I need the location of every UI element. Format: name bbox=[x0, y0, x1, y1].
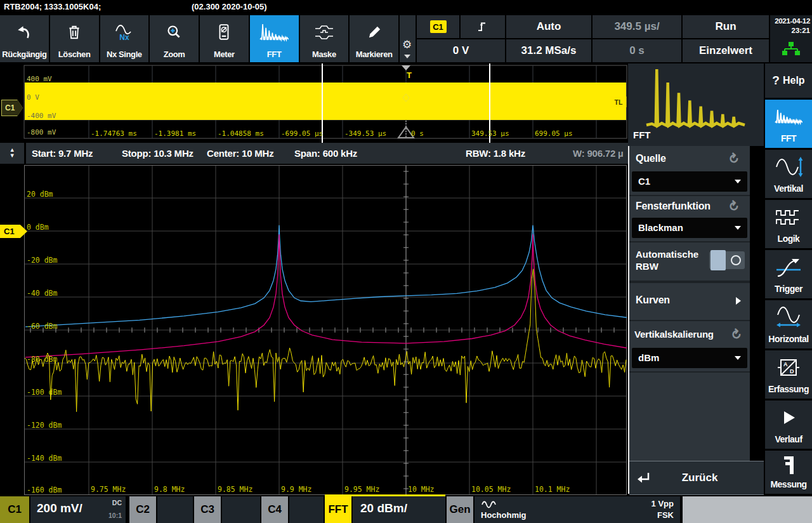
channel2-badge[interactable]: C2 bbox=[129, 496, 156, 523]
channel4-scale-cell[interactable] bbox=[289, 496, 324, 523]
acquisition-icon: A D bbox=[776, 350, 801, 384]
window-function-label: Fensterfunktion bbox=[636, 201, 710, 212]
fft-window-width-cell[interactable]: W: 906.72 µ bbox=[567, 143, 634, 164]
generator-mode: FSK bbox=[657, 510, 674, 520]
sidebar-item-logik[interactable]: Logik bbox=[765, 200, 812, 248]
datetime-cell[interactable]: 2021-04-12 23:21 bbox=[770, 15, 812, 62]
fft-span-value: Span: 600 kHz bbox=[294, 148, 357, 159]
toolbar-button-label: FFT bbox=[267, 50, 282, 62]
fft-y-label: -40 dBm bbox=[27, 289, 57, 298]
fft-trace-max-hold bbox=[25, 225, 627, 327]
fft-channel-marker[interactable]: C1 bbox=[0, 225, 27, 238]
sidebar-item-help[interactable]: ? Help bbox=[765, 63, 812, 98]
date-value: 2021-04-12 bbox=[775, 17, 810, 25]
toolbar-button-label: Rückgängig bbox=[2, 50, 46, 62]
undo-icon bbox=[0, 15, 49, 50]
sidebar-item-fft[interactable]: FFT bbox=[765, 100, 812, 148]
fft-scale-cell[interactable]: 20 dBm/ bbox=[353, 496, 445, 523]
channel3-badge[interactable]: C3 bbox=[194, 496, 221, 523]
vertical-scale-reset-icon[interactable]: ↻ bbox=[727, 325, 745, 343]
toolbar-button-label: Meter bbox=[214, 50, 235, 62]
channel2-scale-cell[interactable] bbox=[157, 496, 193, 523]
bottom-right-corner bbox=[683, 496, 812, 523]
sidebar-item-trigger[interactable]: Trigger bbox=[765, 250, 812, 298]
undo-button[interactable]: Rückgängig bbox=[0, 15, 49, 62]
back-button-label: Zurück bbox=[652, 472, 747, 484]
channel1-scale-cell[interactable]: 200 mV/ DC 10:1 bbox=[30, 496, 126, 523]
nx-single-button[interactable]: Nx Nx Single bbox=[100, 15, 149, 62]
horizontal-position-cell[interactable]: 0 s bbox=[593, 39, 681, 62]
waveforms-label: Kurven bbox=[636, 295, 670, 306]
auto-rbw-toggle[interactable] bbox=[709, 251, 745, 269]
sidebar-item-vertikal[interactable]: Vertikal bbox=[765, 150, 812, 198]
trigger-level-cell[interactable]: 0 V bbox=[417, 39, 505, 62]
vertical-scale-dropdown[interactable]: dBm bbox=[632, 348, 747, 368]
annotate-button[interactable]: Markieren bbox=[350, 15, 398, 62]
timebase-cell[interactable]: 349.5 µs/ bbox=[593, 15, 681, 38]
source-dropdown[interactable]: C1 bbox=[632, 171, 747, 192]
generator-badge[interactable]: Gen bbox=[447, 496, 473, 523]
fft-span-cell[interactable]: Span: 600 kHz bbox=[289, 143, 464, 164]
fft-scale-value: 20 dBm/ bbox=[360, 501, 407, 515]
gear-icon: ⚙ bbox=[402, 38, 412, 51]
preview-v-label: 400 mV bbox=[27, 75, 52, 83]
acquisition-mode-cell[interactable]: Einzelwert bbox=[683, 39, 769, 62]
toolbar-button-label: Zoom bbox=[164, 50, 185, 62]
delete-button[interactable]: Löschen bbox=[50, 15, 99, 62]
meter-button[interactable]: Meter bbox=[200, 15, 249, 62]
channel1-coupling: DC bbox=[112, 499, 122, 506]
fft-rbw-cell[interactable]: RBW: 1.8 kHz bbox=[460, 143, 571, 164]
preview-t-label: -1.04858 ms bbox=[218, 129, 264, 138]
oscilloscope-screen: RTB2004; 1333.1005K04; (02.300 2020-10-0… bbox=[0, 0, 812, 523]
fft-spectrum-preview-icon bbox=[646, 67, 747, 129]
fft-x-label: 9.8 MHz bbox=[154, 485, 185, 494]
redacted-serial bbox=[145, 1, 188, 13]
generator-waveform-icon bbox=[481, 500, 499, 509]
sidebar-item-label: Logik bbox=[778, 234, 800, 248]
channel4-badge[interactable]: C4 bbox=[261, 496, 288, 523]
settings-gear-button[interactable]: ⚙ bbox=[400, 15, 416, 62]
play-icon bbox=[780, 401, 797, 434]
window-function-dropdown[interactable]: Blackman bbox=[632, 218, 747, 238]
trigger-source-cell[interactable]: C1 bbox=[417, 15, 459, 38]
sidebar-item-verlauf[interactable]: Verlauf bbox=[765, 401, 812, 449]
fft-window-width-value: W: 906.72 µ bbox=[573, 148, 624, 159]
chevron-down-icon bbox=[735, 180, 741, 183]
generator-cell[interactable]: Hochohmig 1 Vpp FSK bbox=[475, 496, 680, 523]
channel3-scale-cell[interactable] bbox=[222, 496, 260, 523]
sidebar-item-horizontal[interactable]: Horizontal bbox=[765, 300, 812, 348]
back-button[interactable]: Zurück bbox=[629, 461, 764, 495]
fft-x-label: 9.9 MHz bbox=[281, 485, 311, 494]
trigger-slope-cell[interactable] bbox=[461, 15, 505, 38]
acquisition-mode-value: Einzelwert bbox=[699, 44, 752, 57]
fft-stop-cell[interactable]: Stopp: 10.3 MHz bbox=[116, 143, 205, 164]
time-value: 23:21 bbox=[792, 27, 810, 34]
sidebar-item-label: Verlauf bbox=[775, 434, 802, 449]
mask-button[interactable]: Maske bbox=[300, 15, 349, 62]
scale-stepper[interactable]: ▲▼ bbox=[0, 143, 24, 164]
source-reset-icon[interactable]: ↻ bbox=[724, 149, 742, 168]
window-function-reset-icon[interactable]: ↻ bbox=[724, 197, 742, 215]
zoom-button[interactable]: Zoom bbox=[150, 15, 199, 62]
sidebar-item-messung[interactable]: Messung bbox=[765, 451, 812, 494]
run-state-cell[interactable]: Run bbox=[683, 15, 769, 38]
sample-rate-cell[interactable]: 31.2 MSa/s bbox=[506, 39, 591, 62]
fft-button[interactable]: FFT bbox=[250, 15, 299, 62]
lan-icon bbox=[782, 41, 801, 58]
waveforms-row[interactable]: Kurven bbox=[629, 283, 750, 319]
fft-y-label: -60 dBm bbox=[27, 322, 57, 331]
fft-badge[interactable]: FFT bbox=[325, 496, 351, 523]
fft-start-cell[interactable]: Start: 9.7 MHz bbox=[26, 143, 120, 164]
sidebar-item-label: Help bbox=[783, 75, 805, 86]
preview-t-label: 349.53 µs bbox=[471, 129, 509, 138]
meter-icon bbox=[200, 15, 249, 50]
logic-icon bbox=[775, 200, 802, 234]
sidebar-item-erfassung[interactable]: A D Erfassung bbox=[765, 350, 812, 399]
fft-center-cell[interactable]: Center: 10 MHz bbox=[201, 143, 292, 164]
channel1-badge[interactable]: C1 bbox=[0, 496, 29, 523]
fft-y-label: -140 dBm bbox=[27, 454, 62, 463]
fft-trace-current bbox=[25, 269, 626, 412]
title-bar: RTB2004; 1333.1005K04; (02.300 2020-10-0… bbox=[0, 0, 812, 14]
preview-t-label: -1.3981 ms bbox=[154, 129, 196, 138]
trigger-mode-cell[interactable]: Auto bbox=[506, 15, 591, 38]
